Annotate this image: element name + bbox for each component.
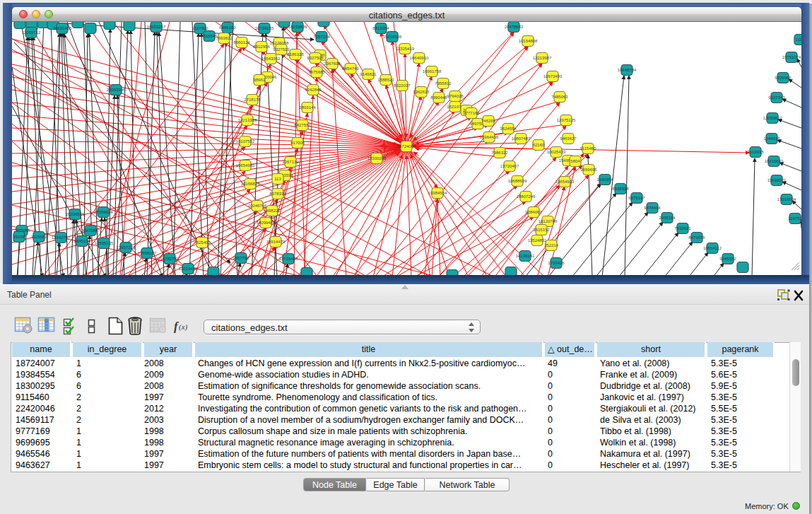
svg-text:19654923: 19654923 — [555, 180, 575, 184]
svg-text:8454749: 8454749 — [342, 66, 359, 71]
svg-text:20364436: 20364436 — [480, 135, 499, 139]
svg-text:12213369: 12213369 — [238, 118, 257, 122]
svg-text:26053346: 26053346 — [107, 88, 126, 92]
svg-text:17016504: 17016504 — [777, 197, 796, 201]
svg-text:18107552: 18107552 — [236, 139, 255, 144]
svg-text:20975867: 20975867 — [81, 228, 100, 233]
svg-text:7663822: 7663822 — [216, 36, 233, 40]
svg-text:10973493: 10973493 — [543, 74, 563, 78]
svg-text:19218506: 19218506 — [383, 35, 402, 39]
svg-text:14099489: 14099489 — [257, 221, 276, 225]
svg-text:1362615: 1362615 — [413, 90, 430, 94]
svg-text:12942757: 12942757 — [52, 235, 71, 240]
svg-text:10046766: 10046766 — [248, 204, 267, 208]
svg-text:10025433: 10025433 — [547, 150, 566, 154]
svg-text:5498222: 5498222 — [264, 209, 281, 213]
svg-text:7625402: 7625402 — [194, 240, 211, 245]
svg-text:16120746: 16120746 — [539, 219, 558, 223]
svg-text:9699695: 9699695 — [580, 168, 597, 172]
svg-text:9242843: 9242843 — [305, 88, 322, 92]
svg-text:116753: 116753 — [788, 216, 801, 221]
svg-text:1527602: 1527602 — [192, 26, 208, 30]
svg-text:8938928: 8938928 — [612, 187, 629, 191]
svg-text:18807249: 18807249 — [517, 194, 536, 199]
svg-text:19654985: 19654985 — [236, 163, 255, 168]
svg-text:1345134: 1345134 — [73, 239, 90, 243]
svg-text:9115460: 9115460 — [580, 146, 597, 151]
svg-text:9777169: 9777169 — [463, 111, 480, 115]
svg-text:10154808: 10154808 — [519, 39, 538, 43]
svg-text:19166825: 19166825 — [241, 182, 260, 186]
svg-text:9463627: 9463627 — [560, 136, 577, 141]
svg-text:3267130: 3267130 — [282, 160, 299, 164]
svg-text:15751074: 15751074 — [782, 55, 801, 59]
svg-text:16033809: 16033809 — [288, 25, 307, 29]
svg-text:417006: 417006 — [290, 141, 305, 145]
svg-text:8660124: 8660124 — [233, 40, 250, 45]
svg-text:17359924: 17359924 — [94, 210, 113, 214]
svg-text:9794028: 9794028 — [447, 94, 464, 98]
svg-text:11325419: 11325419 — [396, 47, 415, 51]
svg-text:2935114: 2935114 — [659, 216, 676, 220]
svg-text:12055712: 12055712 — [22, 30, 41, 35]
svg-text:20478682: 20478682 — [505, 25, 524, 29]
svg-text:62160: 62160 — [533, 143, 545, 147]
svg-text:20206536: 20206536 — [66, 212, 85, 216]
svg-text:8427552: 8427552 — [294, 123, 311, 127]
svg-text:1733426: 1733426 — [548, 261, 565, 265]
svg-text:12505135: 12505135 — [95, 241, 114, 245]
svg-text:9146821: 9146821 — [360, 72, 377, 76]
svg-text:(x): (x) — [179, 322, 188, 332]
svg-text:10688609: 10688609 — [508, 179, 527, 183]
svg-text:17957223: 17957223 — [117, 245, 136, 250]
svg-text:39158: 39158 — [13, 235, 25, 239]
svg-text:5804: 5804 — [570, 159, 580, 163]
svg-text:9245652: 9245652 — [719, 257, 736, 261]
svg-text:9857791: 9857791 — [233, 256, 249, 260]
svg-text:9474444: 9474444 — [644, 206, 661, 210]
svg-text:20691406: 20691406 — [53, 26, 72, 30]
svg-text:9329966: 9329966 — [775, 76, 792, 80]
svg-text:9327505: 9327505 — [307, 56, 324, 60]
svg-text:3624554: 3624554 — [500, 127, 517, 131]
svg-text:7485063: 7485063 — [551, 95, 568, 99]
svg-text:2367608: 2367608 — [324, 62, 341, 66]
svg-text:9227343: 9227343 — [768, 95, 785, 100]
svg-text:2803144: 2803144 — [299, 105, 316, 110]
svg-text:7986322: 7986322 — [491, 151, 508, 155]
svg-text:16640910: 16640910 — [410, 56, 429, 60]
svg-text:10654112: 10654112 — [703, 246, 722, 250]
svg-text:13958107: 13958107 — [138, 251, 157, 255]
svg-text:98961: 98961 — [254, 78, 266, 82]
svg-text:2718176: 2718176 — [244, 98, 261, 102]
svg-text:6466160: 6466160 — [219, 25, 236, 30]
svg-text:7955812: 7955812 — [435, 81, 452, 86]
svg-text:7632621: 7632621 — [674, 226, 691, 230]
svg-text:10807487: 10807487 — [512, 136, 531, 141]
svg-text:9084067: 9084067 — [525, 210, 542, 214]
svg-text:16914479: 16914479 — [266, 240, 286, 244]
svg-text:18300295: 18300295 — [367, 156, 387, 160]
svg-text:9327503: 9327503 — [273, 47, 290, 52]
svg-text:12975125: 12975125 — [557, 118, 576, 122]
svg-text:13716465: 13716465 — [279, 257, 298, 261]
svg-text:746266: 746266 — [481, 119, 496, 123]
svg-text:15692971: 15692971 — [767, 178, 787, 182]
svg-text:1588520: 1588520 — [377, 78, 394, 82]
svg-text:1244415: 1244415 — [763, 136, 780, 141]
svg-text:13720407: 13720407 — [500, 164, 519, 168]
svg-text:16210643: 16210643 — [765, 159, 784, 163]
svg-text:19384554: 19384554 — [428, 191, 447, 195]
svg-text:113: 113 — [274, 177, 281, 181]
svg-text:7357224: 7357224 — [313, 35, 330, 39]
svg-text:3675685: 3675685 — [308, 70, 325, 74]
svg-text:16782759: 16782759 — [160, 257, 180, 261]
svg-text:6679197: 6679197 — [628, 196, 645, 200]
svg-text:10653267: 10653267 — [147, 25, 166, 29]
svg-text:12093822: 12093822 — [763, 116, 782, 120]
svg-text:8578334: 8578334 — [269, 192, 286, 196]
svg-text:12023446: 12023446 — [179, 267, 198, 271]
svg-text:1615152: 1615152 — [533, 228, 550, 232]
svg-text:8990448: 8990448 — [430, 95, 447, 100]
svg-text:12213967: 12213967 — [533, 56, 552, 60]
